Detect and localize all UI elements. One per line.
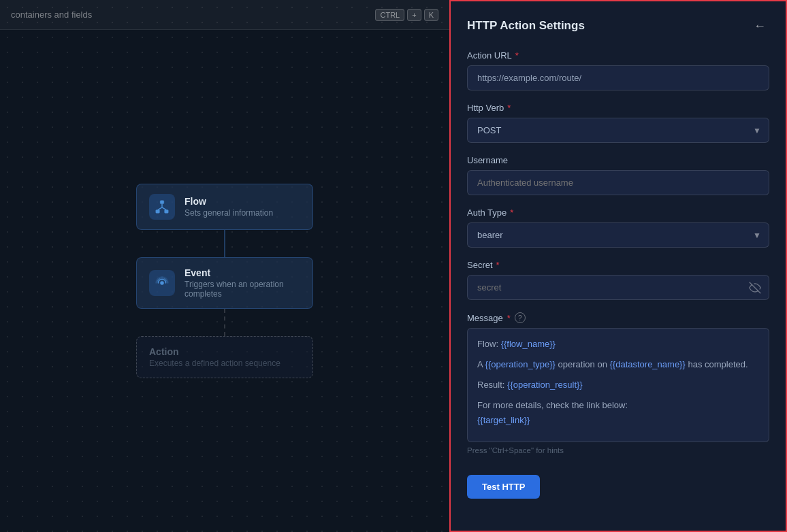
svg-line-5 [162, 207, 166, 210]
action-node-subtitle: Executes a defined action sequence [149, 359, 280, 368]
event-node-content: Event Triggers when an operation complet… [184, 267, 300, 299]
diagram-area: Flow Sets general information Even [0, 30, 449, 532]
action-node-title: Action [149, 346, 280, 357]
auth-type-select-wrapper: none basic bearer api-key ▼ [467, 222, 769, 248]
username-group: Username [467, 155, 769, 195]
test-http-button[interactable]: Test HTTP [467, 475, 540, 499]
secret-input-wrapper [467, 275, 769, 300]
http-verb-label: Http Verb * [467, 103, 769, 113]
message-content-area[interactable]: Flow: {{flow_name}} A {{operation_type}}… [467, 328, 769, 442]
event-icon-container [149, 270, 175, 296]
panel-title: HTTP Action Settings [467, 19, 585, 33]
flow-node-title: Flow [184, 196, 273, 207]
plus-key: + [407, 9, 421, 21]
back-button[interactable]: ← [750, 16, 769, 35]
message-label: Message [467, 313, 503, 323]
target-link-var: {{target_link}} [477, 415, 530, 425]
action-url-label: Action URL * [467, 50, 769, 61]
http-verb-required: * [507, 103, 511, 113]
message-label-row: Message * ? [467, 312, 769, 323]
search-bar[interactable]: containers and fields CTRL + K [0, 0, 449, 30]
message-line-4: For more details, check the link below:{… [477, 398, 759, 428]
k-key: K [424, 9, 438, 21]
secret-required: * [496, 260, 500, 270]
secret-group: Secret * [467, 260, 769, 300]
http-verb-select[interactable]: GET POST PUT PATCH DELETE [467, 118, 769, 143]
auth-type-required: * [510, 207, 513, 218]
event-node[interactable]: Event Triggers when an operation complet… [136, 257, 313, 309]
operation-type-var: {{operation_type}} [485, 359, 556, 369]
message-help-icon[interactable]: ? [515, 312, 526, 323]
search-placeholder-text: containers and fields [11, 10, 92, 20]
svg-line-4 [158, 207, 162, 210]
action-url-required: * [515, 50, 519, 61]
auth-type-label: Auth Type * [467, 207, 769, 218]
connector-flow-event [224, 230, 225, 257]
flow-name-var: {{flow_name}} [501, 339, 556, 349]
hints-text: Press "Ctrl+Space" for hints [467, 446, 769, 454]
message-required: * [507, 313, 511, 323]
flow-node-content: Flow Sets general information [184, 196, 273, 218]
event-node-subtitle: Triggers when an operation completes [184, 280, 300, 299]
keyboard-shortcut: CTRL + K [375, 9, 438, 21]
username-input[interactable] [467, 170, 769, 195]
svg-rect-2 [165, 210, 169, 214]
message-line-2: A {{operation_type}} operation on {{data… [477, 357, 759, 372]
eye-off-icon [749, 282, 761, 294]
username-label: Username [467, 155, 769, 165]
auth-type-group: Auth Type * none basic bearer api-key ▼ [467, 207, 769, 248]
datastore-name-var: {{datastore_name}} [609, 359, 685, 369]
action-node[interactable]: Action Executes a defined action sequenc… [136, 336, 313, 378]
operation-result-var: {{operation_result}} [507, 380, 583, 390]
flow-node-subtitle: Sets general information [184, 208, 273, 218]
svg-rect-1 [156, 210, 160, 214]
http-verb-group: Http Verb * GET POST PUT PATCH DELETE ▼ [467, 103, 769, 143]
secret-visibility-toggle[interactable] [749, 282, 761, 294]
secret-label: Secret * [467, 260, 769, 270]
message-line-3: Result: {{operation_result}} [477, 378, 759, 393]
svg-rect-0 [160, 201, 164, 204]
ctrl-key: CTRL [375, 9, 404, 21]
svg-point-6 [160, 281, 164, 285]
auth-type-select[interactable]: none basic bearer api-key [467, 222, 769, 248]
secret-input[interactable] [467, 275, 769, 300]
panel-header: HTTP Action Settings ← [467, 16, 769, 35]
http-verb-select-wrapper: GET POST PUT PATCH DELETE ▼ [467, 118, 769, 143]
event-icon [155, 276, 170, 290]
flow-node[interactable]: Flow Sets general information [136, 184, 313, 230]
message-line-1: Flow: {{flow_name}} [477, 337, 759, 352]
flow-icon-container [149, 194, 175, 220]
connector-event-action [224, 309, 225, 336]
left-panel: containers and fields CTRL + K Flow [0, 0, 449, 532]
message-group: Message * ? Flow: {{flow_name}} A {{oper… [467, 312, 769, 454]
action-node-content: Action Executes a defined action sequenc… [149, 346, 280, 368]
action-url-input[interactable] [467, 65, 769, 90]
right-panel: HTTP Action Settings ← Action URL * Http… [449, 0, 787, 532]
flow-icon [155, 199, 170, 214]
event-node-title: Event [184, 267, 300, 278]
action-url-group: Action URL * [467, 50, 769, 90]
